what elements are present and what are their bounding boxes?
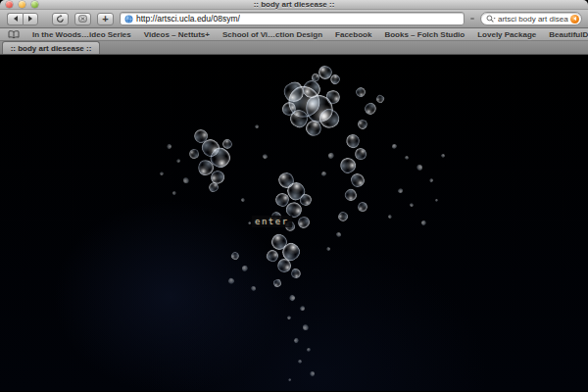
bookmark-item[interactable]: Videos – Nettuts+ <box>144 30 210 39</box>
enter-link[interactable]: enter <box>252 216 292 227</box>
bubble <box>416 165 423 172</box>
tab-body-art-diesease[interactable]: :: body art diesease :: <box>2 41 100 54</box>
bubble <box>358 202 368 213</box>
bubble <box>172 190 177 196</box>
search-text: artsci body art disease <box>498 15 568 24</box>
bubble <box>262 153 269 160</box>
bubble <box>404 155 410 161</box>
bubble <box>350 172 366 188</box>
bubble <box>388 215 393 220</box>
forward-button[interactable] <box>23 13 38 25</box>
window-title: :: body art diesease :: <box>0 0 588 10</box>
bubble <box>375 94 386 105</box>
bookmark-item[interactable]: Books – Folch Studio <box>384 30 465 39</box>
bubble <box>320 171 326 176</box>
bubble <box>440 153 445 158</box>
bubble <box>307 348 311 352</box>
bubble <box>255 124 260 129</box>
bubble <box>227 277 235 285</box>
bubble <box>289 267 302 279</box>
bookmarks-bar: In the Woods…ideo SeriesVideos – Nettuts… <box>0 28 588 41</box>
bubble <box>299 305 304 310</box>
reload-icon <box>56 15 65 24</box>
bubble <box>363 101 377 116</box>
bookmark-item[interactable]: BeautifulDecay <box>549 30 588 39</box>
titlebar[interactable]: :: body art diesease :: <box>0 0 588 10</box>
bubble <box>165 142 172 149</box>
bookmark-item[interactable]: Lovely Package <box>477 30 536 39</box>
bubble <box>420 220 427 226</box>
back-icon <box>14 16 18 22</box>
bubble <box>241 198 246 203</box>
add-bookmark-button[interactable]: + <box>97 13 114 25</box>
snapback-icon <box>573 17 576 21</box>
bookmark-item[interactable]: Facebook <box>335 30 371 39</box>
page-content: enter <box>0 55 588 391</box>
bubble <box>303 324 309 330</box>
bubble <box>286 315 292 320</box>
field-resize-handle[interactable] <box>470 18 474 20</box>
globe-icon <box>124 15 133 24</box>
bubble <box>188 148 200 160</box>
bubble <box>297 359 303 365</box>
bubble <box>391 143 396 148</box>
bookmark-item[interactable]: School of Vi…ction Design <box>222 30 322 39</box>
bubble <box>241 265 248 271</box>
bubble <box>230 251 241 262</box>
reload-button[interactable] <box>52 13 69 25</box>
nav-buttons <box>7 13 38 25</box>
bubble <box>354 147 368 161</box>
bubble <box>354 85 367 98</box>
bubble <box>357 119 368 130</box>
search-field[interactable]: artsci body art disease <box>480 12 582 25</box>
bookmark-item[interactable]: In the Woods…ideo Series <box>32 30 131 39</box>
bug-report-button[interactable] <box>74 13 91 25</box>
bubble <box>309 370 315 376</box>
bubble <box>299 193 313 207</box>
bubble <box>272 278 282 288</box>
bubble <box>428 177 434 183</box>
bookmarks-book-icon[interactable] <box>8 30 20 39</box>
bubble <box>183 177 189 183</box>
bubble <box>287 377 291 381</box>
bubble <box>247 220 251 224</box>
bubble <box>397 187 403 193</box>
magnifier-icon <box>486 15 496 24</box>
bubble <box>335 231 342 238</box>
bubble <box>250 285 256 291</box>
bubble <box>288 294 296 302</box>
bubble <box>327 152 335 160</box>
tab-bar: :: body art diesease :: <box>0 41 588 55</box>
back-button[interactable] <box>7 13 23 25</box>
bubble <box>297 216 312 230</box>
bubble <box>409 202 415 208</box>
bubble <box>343 187 360 204</box>
bug-report-icon <box>78 15 87 23</box>
url-text: http://artsci.ucla.edu/08sym/ <box>136 14 240 24</box>
bubble <box>176 159 180 163</box>
bookmarks-items: In the Woods…ideo SeriesVideos – Nettuts… <box>32 30 588 39</box>
forward-icon <box>28 16 32 22</box>
bubble <box>292 336 299 343</box>
browser-window: :: body art diesease :: + <box>0 0 588 392</box>
toolbar: + http://artsci.ucla.edu/08sym/ artsci b… <box>0 10 588 28</box>
bubble <box>159 171 165 176</box>
address-bar[interactable]: http://artsci.ucla.edu/08sym/ <box>120 12 465 25</box>
bubble <box>336 210 350 223</box>
bubble <box>325 246 330 251</box>
bubble <box>434 198 438 202</box>
snapback-button[interactable] <box>570 15 579 24</box>
